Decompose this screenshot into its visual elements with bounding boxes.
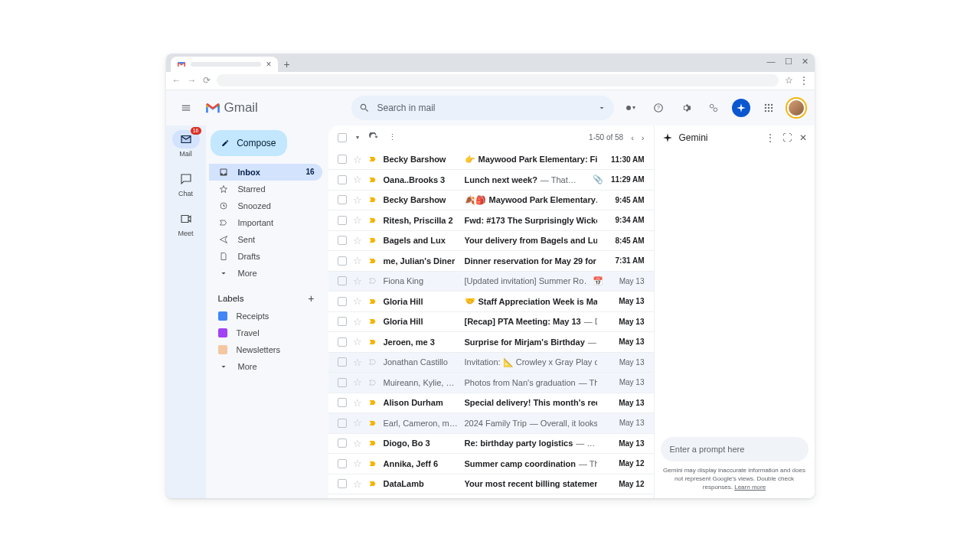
nav-item-inbox[interactable]: Inbox16 (209, 164, 322, 181)
star-icon[interactable]: ☆ (353, 438, 362, 449)
browser-menu-icon[interactable]: ⋮ (799, 75, 808, 86)
select-all-checkbox[interactable] (338, 133, 347, 142)
star-icon[interactable]: ☆ (353, 458, 362, 469)
email-row[interactable]: ☆ Alison Durham Special delivery! This m… (328, 393, 654, 414)
account-avatar[interactable] (787, 99, 805, 117)
star-icon[interactable]: ☆ (353, 194, 362, 206)
close-window-button[interactable]: ✕ (802, 57, 808, 67)
star-icon[interactable]: ☆ (353, 295, 362, 307)
star-icon[interactable]: ☆ (353, 478, 362, 490)
status-indicator[interactable]: ▾ (622, 99, 640, 117)
row-checkbox[interactable] (338, 175, 347, 184)
minimize-button[interactable]: — (767, 57, 776, 67)
important-marker[interactable] (368, 236, 377, 245)
label-item-more[interactable]: More (209, 358, 322, 375)
label-item-receipts[interactable]: Receipts (209, 308, 322, 324)
nav-item-more[interactable]: More (209, 265, 322, 282)
row-checkbox[interactable] (338, 155, 347, 164)
gemini-close-icon[interactable]: ✕ (799, 132, 807, 143)
search-options-icon[interactable] (597, 103, 606, 112)
email-row[interactable]: ☆ Gloria Hill [Recap] PTA Meeting: May 1… (328, 312, 654, 333)
important-marker[interactable] (368, 337, 377, 347)
email-row[interactable]: ☆ Earl, Cameron, me 4 2024 Family Trip —… (328, 413, 654, 434)
email-row[interactable]: ☆ Muireann, Kylie, David Photos from Nan… (328, 373, 654, 393)
next-page-button[interactable]: › (642, 133, 645, 142)
email-row[interactable]: ☆ me, Julian's Diner Dinner reservation … (328, 251, 654, 272)
gemini-prompt-input[interactable]: Enter a prompt here (661, 437, 808, 461)
email-row[interactable]: ☆ Oana..Brooks 3 Lunch next week? — That… (328, 170, 654, 191)
star-icon[interactable]: ☆ (353, 417, 362, 429)
email-row[interactable]: ☆ Fiona King [Updated invitation] Summer… (328, 272, 654, 292)
more-actions-button[interactable]: ⋮ (388, 132, 397, 142)
important-marker[interactable] (368, 216, 377, 225)
email-row[interactable]: ☆ Becky Barshow 👉Maywood Park Elementary… (328, 150, 654, 171)
labs-icon[interactable] (704, 99, 723, 117)
compose-button[interactable]: Compose (211, 130, 287, 156)
main-menu-button[interactable] (175, 97, 197, 119)
row-checkbox[interactable] (338, 378, 347, 387)
new-tab-button[interactable]: + (278, 57, 296, 72)
row-checkbox[interactable] (338, 256, 347, 266)
important-marker[interactable] (368, 276, 377, 285)
important-marker[interactable] (368, 439, 377, 448)
row-checkbox[interactable] (338, 479, 347, 488)
email-row[interactable]: ☆ Becky Barshow 🍂🎒Maywood Park Elementar… (328, 191, 654, 211)
address-bar[interactable] (217, 74, 779, 86)
important-marker[interactable] (368, 195, 377, 204)
reload-button[interactable]: ⟳ (203, 75, 211, 86)
nav-item-starred[interactable]: Starred (209, 181, 322, 197)
row-checkbox[interactable] (338, 216, 347, 225)
star-icon[interactable]: ☆ (353, 276, 362, 287)
prev-page-button[interactable]: ‹ (631, 133, 634, 142)
email-row[interactable]: ☆ DataLamb Your most recent billing stat… (328, 474, 654, 495)
row-checkbox[interactable] (338, 439, 347, 448)
search-bar[interactable]: Search in mail (351, 96, 614, 120)
star-icon[interactable]: ☆ (353, 316, 362, 328)
star-icon[interactable]: ☆ (353, 255, 362, 266)
gemini-button[interactable] (732, 99, 750, 117)
forward-button[interactable]: → (188, 75, 197, 86)
label-item-newsletters[interactable]: Newsletters (209, 341, 322, 358)
back-button[interactable]: ← (172, 75, 181, 86)
star-icon[interactable]: ☆ (353, 174, 362, 185)
row-checkbox[interactable] (338, 357, 347, 367)
apps-icon[interactable] (760, 99, 778, 117)
email-row[interactable]: ☆ Ritesh, Priscilla 2 Fwd: #173 The Surp… (328, 210, 654, 231)
important-marker[interactable] (368, 317, 377, 326)
row-checkbox[interactable] (338, 236, 347, 245)
refresh-button[interactable] (368, 132, 379, 143)
row-checkbox[interactable] (338, 276, 347, 285)
row-checkbox[interactable] (338, 297, 347, 306)
star-icon[interactable]: ☆ (353, 357, 362, 368)
label-item-travel[interactable]: Travel (209, 324, 322, 341)
gemini-expand-icon[interactable]: ⛶ (782, 132, 792, 143)
star-icon[interactable]: ☆ (353, 214, 362, 226)
email-row[interactable]: ☆ Annika, Jeff 6 Summer camp coordinatio… (328, 454, 654, 474)
important-marker[interactable] (368, 459, 377, 468)
nav-item-snoozed[interactable]: Snoozed (209, 197, 322, 214)
important-marker[interactable] (368, 256, 377, 266)
email-row[interactable]: ☆ Diogo, Bo 3 Re: birthday party logisti… (328, 434, 654, 455)
email-row[interactable]: ☆ Bagels and Lux Your delivery from Bage… (328, 231, 654, 252)
star-icon[interactable]: ☆ (353, 154, 362, 165)
tab-close-icon[interactable]: × (266, 59, 271, 70)
row-checkbox[interactable] (338, 419, 347, 428)
maximize-button[interactable]: ☐ (785, 57, 792, 67)
star-icon[interactable]: ☆ (353, 336, 362, 347)
important-marker[interactable] (368, 155, 377, 164)
important-marker[interactable] (368, 175, 377, 184)
important-marker[interactable] (368, 297, 377, 306)
row-checkbox[interactable] (338, 317, 347, 326)
gemini-learn-more-link[interactable]: Learn more (734, 484, 766, 491)
gemini-more-icon[interactable]: ⋮ (766, 132, 775, 143)
help-icon[interactable]: ? (649, 99, 668, 117)
important-marker[interactable] (368, 378, 377, 387)
rail-meet[interactable]: Meet (166, 207, 206, 240)
row-checkbox[interactable] (338, 459, 347, 468)
browser-tab[interactable]: × (171, 57, 278, 72)
nav-item-sent[interactable]: Sent (209, 231, 322, 248)
bookmark-star-icon[interactable]: ☆ (785, 75, 793, 86)
rail-chat[interactable]: Chat (166, 167, 206, 201)
important-marker[interactable] (368, 398, 377, 407)
star-icon[interactable]: ☆ (353, 377, 362, 388)
